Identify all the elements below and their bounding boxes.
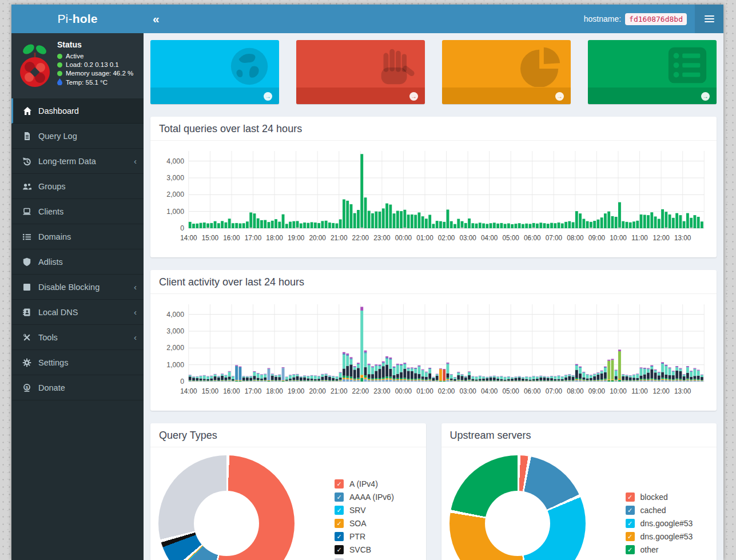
legend-checkbox-icon[interactable]: ✓ bbox=[335, 532, 344, 541]
stop-icon bbox=[22, 283, 32, 292]
sidebar-item-tools[interactable]: Tools‹ bbox=[11, 325, 144, 350]
svg-text:00:00: 00:00 bbox=[395, 234, 412, 242]
hostname-badge: fd160876d8bd bbox=[625, 13, 687, 25]
svg-text:2,000: 2,000 bbox=[166, 190, 184, 198]
svg-text:20:00: 20:00 bbox=[309, 234, 326, 242]
card-footer-link[interactable]: → bbox=[588, 88, 717, 104]
upstream-servers-box: Upstream servers ✓blocked✓cached✓dns.goo… bbox=[441, 423, 717, 560]
upstream-servers-legend: ✓blocked✓cached✓dns.google#53✓dns.google… bbox=[626, 455, 693, 560]
pie-icon bbox=[519, 46, 564, 87]
sidebar-item-label: Local DNS bbox=[38, 308, 78, 317]
addressbook-icon bbox=[22, 308, 32, 317]
svg-text:4,000: 4,000 bbox=[166, 157, 184, 165]
svg-text:17:00: 17:00 bbox=[245, 387, 262, 395]
svg-text:15:00: 15:00 bbox=[202, 387, 219, 395]
svg-text:0: 0 bbox=[180, 378, 184, 386]
svg-text:10:00: 10:00 bbox=[610, 234, 627, 242]
sidebar-item-dashboard[interactable]: Dashboard bbox=[11, 98, 144, 124]
legend-checkbox-icon[interactable]: ✓ bbox=[626, 506, 635, 515]
total-queries-chart-title: Total queries over last 24 hours bbox=[150, 117, 717, 141]
globe-icon bbox=[228, 46, 272, 87]
svg-text:03:00: 03:00 bbox=[459, 234, 476, 242]
legend-label: dns.google#53 bbox=[640, 532, 693, 541]
file-icon bbox=[22, 132, 32, 141]
svg-text:02:00: 02:00 bbox=[438, 234, 455, 242]
arrow-circle-right-icon: → bbox=[264, 92, 272, 101]
legend-checkbox-icon[interactable]: ✓ bbox=[335, 545, 344, 554]
legend-item: ✓blocked bbox=[626, 493, 693, 502]
sidebar-item-groups[interactable]: Groups bbox=[11, 174, 144, 199]
upstream-servers-donut-chart[interactable] bbox=[449, 455, 586, 560]
sidebar-item-settings[interactable]: Settings bbox=[11, 350, 144, 375]
summary-card-percentage-blocked: → bbox=[442, 40, 571, 104]
upstream-servers-title: Upstream servers bbox=[441, 423, 717, 447]
legend-checkbox-icon[interactable]: ✓ bbox=[335, 493, 344, 502]
legend-item: ✓dns.google#53 bbox=[626, 519, 693, 528]
legend-checkbox-icon[interactable]: ✓ bbox=[626, 519, 635, 528]
logo-bold: hole bbox=[73, 12, 98, 26]
status-panel: Status ActiveLoad: 0.2 0.13 0.1Memory us… bbox=[11, 33, 144, 98]
sidebar-item-label: Adlists bbox=[38, 257, 63, 267]
hamburger-menu-icon[interactable] bbox=[695, 5, 723, 33]
svg-text:2,000: 2,000 bbox=[166, 344, 184, 352]
legend-label: SRV bbox=[349, 506, 366, 515]
total-queries-bar-chart[interactable]: 01,0002,0003,0004,00014:0015:0016:0017:0… bbox=[156, 145, 711, 252]
legend-checkbox-icon[interactable]: ✓ bbox=[626, 493, 635, 502]
legend-item: ✓SVCB bbox=[335, 545, 394, 554]
sidebar-collapse-icon[interactable]: « bbox=[144, 5, 169, 33]
arrow-circle-right-icon: → bbox=[555, 92, 564, 101]
client-activity-chart-box: Client activity over last 24 hours 01,00… bbox=[150, 270, 717, 411]
sidebar-item-adlists[interactable]: Adlists bbox=[11, 249, 144, 275]
donut-hole bbox=[485, 491, 550, 556]
status-text: Memory usage: 46.2 % bbox=[66, 70, 133, 77]
pihole-logo[interactable]: Pi-hole bbox=[11, 5, 144, 33]
svg-text:23:00: 23:00 bbox=[373, 387, 391, 395]
svg-text:13:00: 13:00 bbox=[674, 234, 691, 242]
legend-checkbox-icon[interactable]: ✓ bbox=[626, 545, 635, 554]
query-types-donut-chart[interactable] bbox=[158, 455, 295, 560]
hand-icon bbox=[373, 46, 418, 87]
svg-text:00:00: 00:00 bbox=[395, 387, 412, 395]
sidebar: Status ActiveLoad: 0.2 0.13 0.1Memory us… bbox=[11, 33, 144, 560]
svg-text:08:00: 08:00 bbox=[567, 234, 584, 242]
client-activity-stacked-chart[interactable]: 01,0002,0003,0004,00014:0015:0016:0017:0… bbox=[156, 299, 711, 405]
sidebar-item-label: Donate bbox=[38, 383, 65, 392]
sidebar-item-donate[interactable]: $Donate bbox=[11, 375, 144, 400]
svg-text:09:00: 09:00 bbox=[588, 387, 606, 395]
card-footer-link[interactable]: → bbox=[150, 88, 279, 104]
donut-row: Query Types ✓A (IPv4)✓AAAA (IPv6)✓SRV✓SO… bbox=[150, 423, 717, 560]
svg-text:12:00: 12:00 bbox=[653, 387, 670, 395]
card-footer-link[interactable]: → bbox=[296, 88, 425, 104]
adlist-icon bbox=[665, 46, 710, 87]
sidebar-item-clients[interactable]: Clients bbox=[11, 199, 144, 224]
status-ok-icon bbox=[57, 54, 62, 59]
svg-text:22:00: 22:00 bbox=[352, 234, 369, 242]
legend-item: ✓A (IPv4) bbox=[335, 479, 394, 488]
summary-cards-row: →→→→ bbox=[150, 40, 717, 104]
svg-text:0: 0 bbox=[180, 224, 184, 232]
legend-checkbox-icon[interactable]: ✓ bbox=[335, 506, 344, 515]
svg-text:19:00: 19:00 bbox=[288, 234, 305, 242]
legend-checkbox-icon[interactable]: ✓ bbox=[335, 479, 344, 488]
raspberry-logo bbox=[18, 40, 51, 90]
query-types-title: Query Types bbox=[150, 423, 426, 447]
legend-checkbox-icon[interactable]: ✓ bbox=[626, 532, 635, 541]
summary-card-domains-on-adlists: → bbox=[588, 40, 717, 104]
sidebar-item-query-log[interactable]: Query Log bbox=[11, 124, 144, 149]
card-footer-link[interactable]: → bbox=[442, 88, 571, 104]
svg-text:02:00: 02:00 bbox=[438, 387, 455, 395]
legend-label: cached bbox=[640, 506, 666, 515]
legend-label: A (IPv4) bbox=[349, 479, 378, 488]
svg-text:04:00: 04:00 bbox=[481, 387, 498, 395]
legend-label: dns.google#53 bbox=[640, 519, 693, 528]
sidebar-item-disable-blocking[interactable]: Disable Blocking‹ bbox=[11, 275, 144, 300]
sidebar-item-domains[interactable]: Domains bbox=[11, 224, 144, 249]
sidebar-item-local-dns[interactable]: Local DNS‹ bbox=[11, 300, 144, 325]
legend-checkbox-icon[interactable]: ✓ bbox=[335, 519, 344, 528]
sidebar-item-long-term-data[interactable]: Long-term Data‹ bbox=[11, 149, 144, 174]
svg-text:11:00: 11:00 bbox=[631, 387, 648, 395]
svg-text:15:00: 15:00 bbox=[202, 234, 219, 242]
sidebar-item-label: Clients bbox=[38, 207, 63, 216]
legend-item: ✓AAAA (IPv6) bbox=[335, 493, 394, 502]
query-types-box: Query Types ✓A (IPv4)✓AAAA (IPv6)✓SRV✓SO… bbox=[150, 423, 426, 560]
